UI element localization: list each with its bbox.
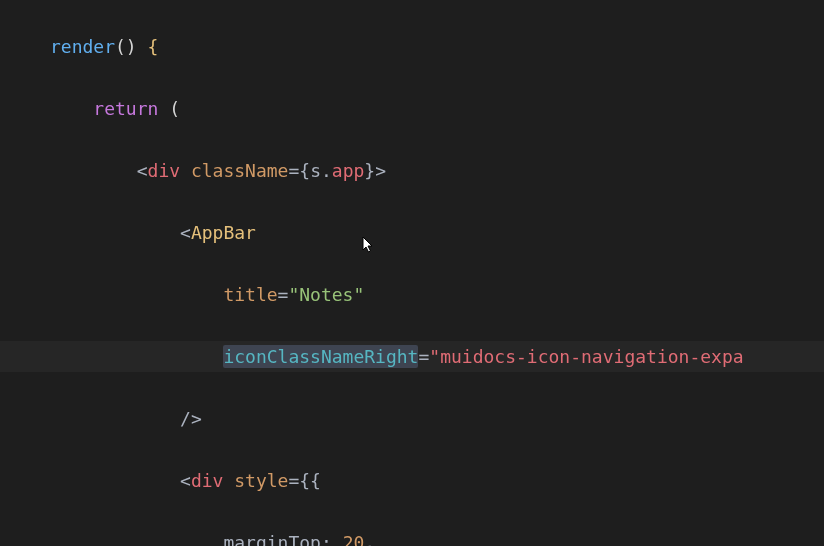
method-name: render [50, 36, 115, 57]
code-line[interactable]: iconClassNameRight="muidocs-icon-navigat… [0, 341, 824, 372]
code-line[interactable]: <AppBar [0, 217, 824, 248]
code-editor[interactable]: render() { return ( <div className={s.ap… [0, 0, 824, 546]
brace: { [148, 36, 159, 57]
code-line[interactable]: title="Notes" [0, 279, 824, 310]
title-attr: title [223, 284, 277, 305]
margintop-prop: marginTop [223, 532, 321, 546]
code-line[interactable]: <div style={{ [0, 465, 824, 496]
title-value: "Notes" [288, 284, 364, 305]
appbar-component: AppBar [191, 222, 256, 243]
paren: ( [169, 98, 180, 119]
code-line[interactable]: <div className={s.app}> [0, 155, 824, 186]
style-attr: style [234, 470, 288, 491]
text-selection: iconClassNameRight [223, 345, 418, 368]
iconclassname-value: "muidocs-icon-navigation-expa [429, 346, 743, 367]
code-line[interactable]: return ( [0, 93, 824, 124]
classname-attr: className [191, 160, 289, 181]
parens: () [115, 36, 137, 57]
code-line[interactable]: /> [0, 403, 824, 434]
code-line[interactable]: marginTop: 20, [0, 527, 824, 546]
div-tag: div [191, 470, 224, 491]
code-line[interactable]: render() { [0, 31, 824, 62]
return-keyword: return [93, 98, 158, 119]
div-tag: div [148, 160, 181, 181]
iconclassname-attr: iconClassNameRight [223, 346, 418, 367]
